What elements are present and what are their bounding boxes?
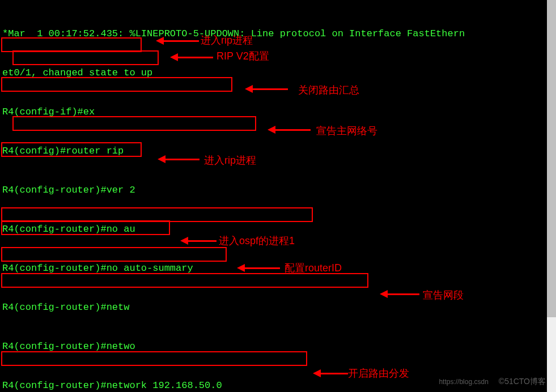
arrow-icon xyxy=(380,290,419,298)
cli-line: R4(config-router)#no au xyxy=(2,223,554,236)
arrow-icon xyxy=(156,37,199,45)
terminal-output: *Mar 1 00:17:52.435: %LINEPROTO-5-UPDOWN… xyxy=(2,1,554,392)
cli-line: R4(config-router)#netw xyxy=(2,301,554,314)
annotation-label: RIP V2配置 xyxy=(217,50,269,63)
watermark: https://blog.csdn ©51CTO博客 xyxy=(439,375,546,389)
log-line: et0/1, changed state to up xyxy=(2,66,554,79)
watermark-brand: ©51CTO博客 xyxy=(499,375,546,388)
cli-line: R4(config-router)#netwo xyxy=(2,340,554,353)
arrow-icon xyxy=(170,53,213,61)
watermark-url: https://blog.csdn xyxy=(439,376,488,389)
annotation-label: 配置routerID xyxy=(285,262,342,275)
arrow-icon xyxy=(180,237,217,245)
annotation-label: 宣告主网络号 xyxy=(316,125,377,138)
annotation-label: 进入rip进程 xyxy=(204,154,256,167)
log-line: *Mar 1 00:17:52.435: %LINEPROTO-5-UPDOWN… xyxy=(2,27,554,40)
scrollbar-thumb[interactable] xyxy=(547,0,556,317)
arrow-icon xyxy=(313,369,348,377)
arrow-icon xyxy=(245,85,288,93)
annotation-label: 宣告网段 xyxy=(423,289,464,302)
annotation-label: 关闭路由汇总 xyxy=(298,84,359,97)
arrow-icon xyxy=(268,126,311,134)
cli-line: R4(config-if)#ex xyxy=(2,105,554,118)
annotation-label: 进入rip进程 xyxy=(201,34,253,47)
cli-line: R4(config)#router rip xyxy=(2,144,554,157)
arrow-icon xyxy=(237,264,280,272)
annotation-label: 进入ospf的进程1 xyxy=(219,235,295,248)
cli-line: R4(config-router)#ver 2 xyxy=(2,184,554,197)
vertical-scrollbar[interactable] xyxy=(547,0,556,392)
arrow-icon xyxy=(158,155,200,163)
annotation-label: 开启路由分发 xyxy=(348,367,409,380)
